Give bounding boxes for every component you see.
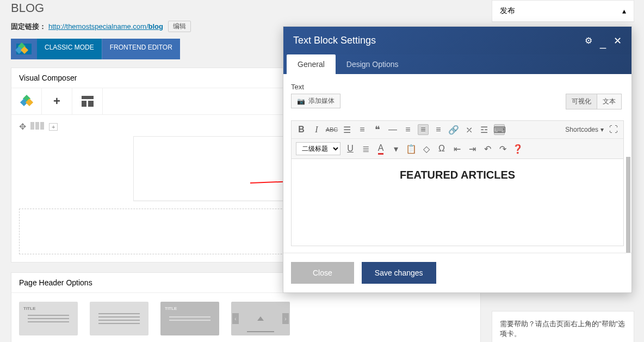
indent-icon[interactable]: ⇥ <box>467 143 478 154</box>
svg-rect-2 <box>88 101 94 107</box>
scrollbar[interactable] <box>626 157 630 253</box>
permalink-link[interactable]: http://themostspecialname.com/blog <box>48 22 163 30</box>
text-color-icon[interactable]: A <box>375 143 386 154</box>
page-title: BLOG <box>11 1 481 15</box>
modal-tabs: General Design Options <box>283 54 631 74</box>
tab-design-options[interactable]: Design Options <box>336 54 410 74</box>
move-icon[interactable]: ✥ <box>19 121 26 132</box>
text-block-settings-modal: Text Block Settings ⚙ _ ✕ General Design… <box>283 26 632 293</box>
header-option-3[interactable]: TITLE <box>160 302 219 335</box>
clear-format-icon[interactable]: ◇ <box>421 143 432 154</box>
classic-mode-button[interactable]: CLASSIC MODE <box>37 39 102 59</box>
fullscreen-icon[interactable]: ⛶ <box>608 124 619 135</box>
frontend-editor-button[interactable]: FRONTEND EDITOR <box>102 39 180 59</box>
vc-panel-title: Visual Composer <box>19 74 77 82</box>
header-option-4[interactable]: ‹ › <box>231 302 290 335</box>
tab-general[interactable]: General <box>287 54 336 74</box>
columns-icon[interactable] <box>30 122 45 132</box>
hr-icon[interactable]: — <box>387 124 398 135</box>
paste-text-icon[interactable]: 📋 <box>406 143 417 154</box>
align-center-icon[interactable]: ≡ <box>418 124 429 135</box>
svg-rect-5 <box>40 122 44 130</box>
redo-icon[interactable]: ↷ <box>497 143 508 154</box>
special-char-icon[interactable]: Ω <box>436 143 447 154</box>
add-media-button[interactable]: 📷 添加媒体 <box>291 94 340 108</box>
modal-body: Text 📷 添加媒体 可视化 文本 B I ABC ☰ ≡ ❝ — ≡ ≡ ≡… <box>283 74 631 253</box>
format-select[interactable]: 二级标题 <box>296 142 340 155</box>
vc-logo-icon[interactable] <box>11 88 42 114</box>
header-option-1[interactable]: TITLE <box>19 302 78 335</box>
modal-header: Text Block Settings ⚙ _ ✕ <box>283 27 631 54</box>
vc-logo-button[interactable] <box>11 39 37 59</box>
strike-icon[interactable]: ABC <box>326 124 337 135</box>
toolbar-toggle-icon[interactable]: ⌨ <box>494 124 505 135</box>
add-element-icon[interactable]: + <box>42 88 72 114</box>
modal-footer: Close Save changes <box>283 253 631 292</box>
modal-title: Text Block Settings <box>293 35 376 46</box>
edit-permalink-button[interactable]: 编辑 <box>168 21 191 32</box>
save-changes-button[interactable]: Save changes <box>362 262 436 284</box>
numbered-list-icon[interactable]: ≡ <box>357 124 368 135</box>
permalink-label: 固定链接： <box>11 22 46 32</box>
template-icon[interactable] <box>72 88 103 114</box>
blockquote-icon[interactable]: ❝ <box>372 124 383 135</box>
underline-icon[interactable]: U <box>345 143 356 154</box>
shortcodes-dropdown[interactable]: Shortcodes ▾ <box>565 126 604 133</box>
publish-header[interactable]: 发布 ▴ <box>492 1 634 22</box>
chevron-down-icon: ▾ <box>600 126 604 133</box>
bullet-list-icon[interactable]: ☰ <box>342 124 352 135</box>
more-icon[interactable]: ☲ <box>479 124 490 135</box>
minimize-icon[interactable]: _ <box>600 36 606 49</box>
align-right-icon[interactable]: ≡ <box>433 124 444 135</box>
text-field-label: Text <box>291 83 624 91</box>
bold-icon[interactable]: B <box>296 124 307 135</box>
header-options-list: TITLE TITLE ‹ › <box>11 293 480 342</box>
svg-rect-1 <box>82 101 86 107</box>
close-button[interactable]: Close <box>291 262 354 284</box>
justify-icon[interactable]: ≣ <box>360 143 371 154</box>
editor-content[interactable]: FEATURED ARTICLES <box>291 159 624 246</box>
outdent-icon[interactable]: ⇤ <box>451 143 462 154</box>
gear-icon[interactable]: ⚙ <box>585 35 592 46</box>
undo-icon[interactable]: ↶ <box>482 143 493 154</box>
italic-icon[interactable]: I <box>311 124 322 135</box>
editor-heading: FEATURED ARTICLES <box>297 169 618 181</box>
wysiwyg-toolbar: B I ABC ☰ ≡ ❝ — ≡ ≡ ≡ 🔗 ⤫ ☲ ⌨ Shortcodes… <box>291 120 624 159</box>
chevron-down-icon[interactable]: ▾ <box>391 143 401 154</box>
close-icon[interactable]: ✕ <box>614 35 622 47</box>
add-icon[interactable]: + <box>49 123 58 131</box>
media-icon: 📷 <box>297 97 305 105</box>
link-icon[interactable]: 🔗 <box>448 124 459 135</box>
text-tab[interactable]: 文本 <box>597 94 622 109</box>
visual-tab[interactable]: 可视化 <box>566 94 597 109</box>
unlink-icon[interactable]: ⤫ <box>463 124 474 135</box>
svg-rect-3 <box>30 122 34 130</box>
svg-rect-4 <box>35 122 39 130</box>
align-left-icon[interactable]: ≡ <box>403 124 413 135</box>
publish-panel: 发布 ▴ <box>492 0 634 22</box>
help-text-box: 需要帮助？请点击页面右上角的"帮助"选项卡。 <box>492 311 634 342</box>
collapse-icon[interactable]: ▴ <box>622 7 626 15</box>
header-option-2[interactable] <box>90 302 148 335</box>
svg-rect-0 <box>82 96 94 99</box>
help-icon[interactable]: ❓ <box>512 143 523 154</box>
editor-mode-tabs: 可视化 文本 <box>566 94 622 109</box>
